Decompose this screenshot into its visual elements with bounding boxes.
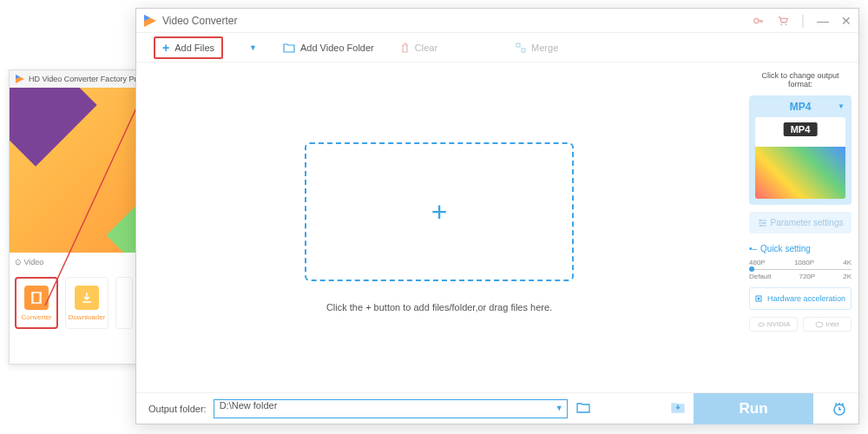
minimize-button[interactable]: — xyxy=(817,14,829,28)
svg-point-6 xyxy=(785,23,786,25)
add-files-label: Add Files xyxy=(174,43,214,53)
converter-icon xyxy=(24,286,49,310)
app-icon xyxy=(143,14,157,28)
format-hint: Click to change output format: xyxy=(749,71,852,89)
merge-label: Merge xyxy=(531,43,558,53)
gpu-row: NVIDIA Intel xyxy=(749,317,852,332)
run-button[interactable]: Run xyxy=(694,393,813,424)
svg-point-4 xyxy=(754,18,759,23)
quality-slider[interactable]: 480P 1080P 4K Default 720P 2K xyxy=(749,259,852,280)
toolbar: + Add Files ▼ Add Video Folder Clear Mer… xyxy=(136,33,858,62)
key-icon[interactable] xyxy=(753,15,765,27)
format-label: MP4 xyxy=(790,101,812,113)
plus-icon: + xyxy=(162,41,169,55)
chip-icon xyxy=(753,293,764,304)
video-converter-window: Video Converter | — ✕ + Add Files ▼ Add … xyxy=(135,8,859,424)
content-area: + Click the + button to add files/folder… xyxy=(136,62,858,392)
bg-app-title: HD Video Converter Factory Pro xyxy=(29,75,141,83)
browse-folder-button[interactable] xyxy=(575,401,592,416)
intel-badge: Intel xyxy=(803,317,852,332)
dropzone[interactable]: + xyxy=(305,142,574,281)
svg-point-10 xyxy=(763,222,765,224)
svg-rect-2 xyxy=(39,293,41,303)
open-output-button[interactable] xyxy=(669,401,687,416)
clear-label: Clear xyxy=(415,43,437,53)
quick-setting-label: •–Quick setting xyxy=(749,244,852,253)
format-badge: MP4 xyxy=(784,122,818,136)
add-folder-button[interactable]: Add Video Folder xyxy=(283,43,374,53)
add-folder-label: Add Video Folder xyxy=(300,43,374,53)
bg-app-icon xyxy=(15,74,25,84)
main-area: + Click the + button to add files/folder… xyxy=(136,62,742,392)
svg-point-14 xyxy=(816,322,823,327)
svg-rect-7 xyxy=(516,43,520,47)
bg-tool-downloader[interactable]: Downloader xyxy=(65,277,108,329)
hw-label: Hardware acceleration xyxy=(767,294,845,303)
svg-point-9 xyxy=(760,220,761,221)
trash-icon xyxy=(400,43,410,53)
bg-tool-label: Downloader xyxy=(69,313,106,321)
merge-button[interactable]: Merge xyxy=(516,43,558,53)
merge-icon xyxy=(516,43,526,53)
add-files-button[interactable]: + Add Files xyxy=(154,36,223,59)
output-folder-label: Output folder: xyxy=(148,404,207,414)
bg-tool-more[interactable] xyxy=(115,277,133,329)
format-thumbnail: MP4 xyxy=(754,116,846,200)
add-files-dropdown[interactable]: ▼ xyxy=(249,43,257,52)
chevron-down-icon: ▼ xyxy=(838,102,845,110)
cart-icon[interactable] xyxy=(777,15,789,27)
clear-button[interactable]: Clear xyxy=(400,43,437,53)
parameter-settings-button[interactable]: Parameter settings xyxy=(749,212,852,233)
bg-tool-converter[interactable]: Converter xyxy=(15,277,58,329)
output-folder-input[interactable]: D:\New folder xyxy=(214,399,568,418)
svg-rect-8 xyxy=(522,49,525,52)
svg-point-13 xyxy=(758,298,760,300)
bg-tool-label: Converter xyxy=(21,313,51,321)
svg-point-11 xyxy=(760,225,762,227)
quick-setting-section: •–Quick setting 480P 1080P 4K Default 72… xyxy=(749,244,852,280)
scheduler-button[interactable] xyxy=(820,393,858,424)
folder-icon xyxy=(283,43,295,53)
close-button[interactable]: ✕ xyxy=(841,14,852,28)
svg-rect-1 xyxy=(32,293,34,303)
titlebar: Video Converter | — ✕ xyxy=(136,9,858,33)
downloader-icon xyxy=(75,286,99,310)
svg-point-5 xyxy=(780,23,782,25)
right-panel: Click to change output format: MP4 ▼ MP4… xyxy=(742,62,858,392)
bottom-bar: Output folder: D:\New folder Run xyxy=(136,392,858,424)
dropzone-plus-icon: + xyxy=(431,196,448,228)
dropzone-hint: Click the + button to add files/folder,o… xyxy=(326,302,552,312)
format-selector[interactable]: MP4 ▼ MP4 xyxy=(749,95,852,205)
window-title: Video Converter xyxy=(162,15,753,27)
sliders-icon xyxy=(758,218,767,227)
param-label: Parameter settings xyxy=(771,218,844,227)
hardware-acceleration-button[interactable]: Hardware acceleration xyxy=(749,287,852,310)
nvidia-badge: NVIDIA xyxy=(749,317,798,332)
clock-icon xyxy=(832,401,847,417)
